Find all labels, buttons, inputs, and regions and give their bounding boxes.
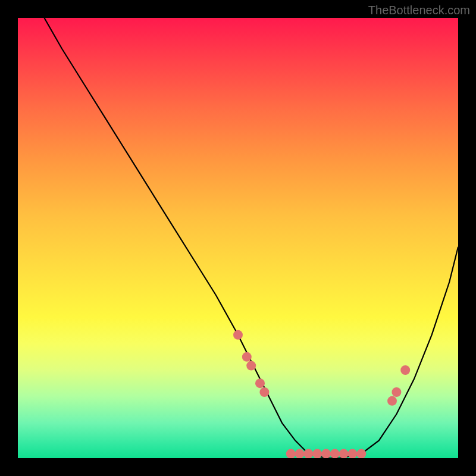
scatter-dot [387, 396, 397, 406]
scatter-dot [295, 449, 305, 458]
scatter-dot [339, 449, 349, 458]
chart-plot-area [18, 18, 458, 458]
scatter-dot [392, 387, 401, 397]
scatter-dot [255, 378, 265, 388]
scatter-dot [312, 449, 322, 458]
scatter-dot [286, 449, 296, 458]
watermark-text: TheBottleneck.com [368, 4, 470, 17]
scatter-dot [321, 449, 331, 458]
scatter-dot [303, 449, 313, 458]
scatter-dot [246, 361, 256, 371]
scatter-dot [259, 387, 269, 397]
scatter-dot [356, 449, 366, 458]
scatter-dot [400, 365, 410, 375]
scatter-dots-group [233, 330, 410, 458]
scatter-dot [330, 449, 340, 458]
scatter-dot [242, 352, 252, 362]
scatter-dot [347, 449, 357, 458]
chart-svg [18, 18, 458, 458]
scatter-dot [233, 330, 243, 340]
